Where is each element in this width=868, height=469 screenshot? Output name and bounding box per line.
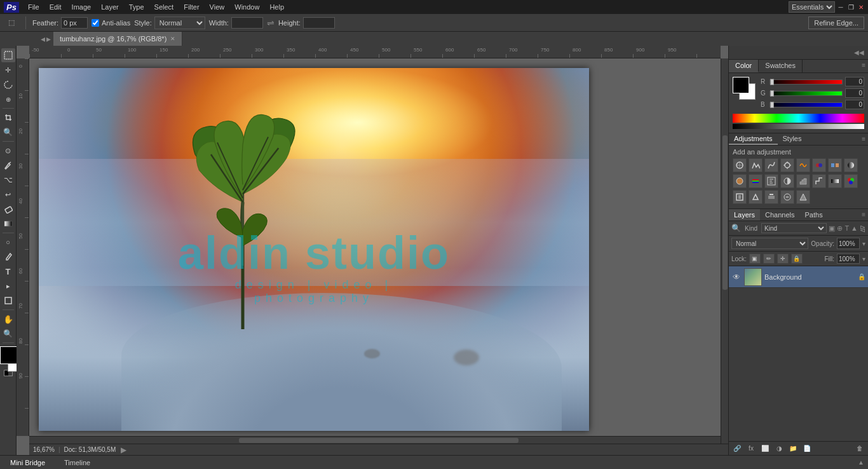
- add-mask-button[interactable]: ⬜: [759, 444, 771, 454]
- adj-curves[interactable]: [764, 158, 778, 172]
- tool-history-brush[interactable]: ↩: [1, 187, 15, 201]
- tab-scroll-left-icon[interactable]: ◂: [41, 34, 45, 44]
- lock-pixels-button[interactable]: ▣: [749, 254, 761, 264]
- workspace-select[interactable]: Essentials: [789, 1, 835, 13]
- adj-vibrance[interactable]: [796, 158, 810, 172]
- green-slider[interactable]: [770, 91, 843, 96]
- height-input[interactable]: [303, 17, 335, 29]
- tool-brush[interactable]: [1, 158, 15, 172]
- color-panel-menu-icon[interactable]: ≡: [859, 60, 868, 72]
- adj-icon-11[interactable]: [780, 190, 794, 204]
- menu-view[interactable]: View: [205, 2, 230, 12]
- tab-adjustments[interactable]: Adjustments: [729, 133, 778, 145]
- tab-scroll-right-icon[interactable]: ▸: [46, 34, 51, 44]
- tool-clone-stamp[interactable]: ⌥: [1, 173, 15, 187]
- tool-eraser[interactable]: [1, 202, 15, 216]
- tool-move[interactable]: ✛: [1, 63, 15, 77]
- lock-position-button[interactable]: ✛: [777, 254, 789, 264]
- tab-mini-bridge[interactable]: Mini Bridge: [4, 458, 51, 468]
- tab-channels[interactable]: Channels: [760, 209, 799, 221]
- adj-brightness-contrast[interactable]: [733, 158, 747, 172]
- adj-gradient-map[interactable]: [828, 174, 842, 188]
- adj-photo-filter[interactable]: [733, 174, 747, 188]
- new-fill-layer-button[interactable]: ◑: [773, 444, 785, 454]
- adj-icon-8[interactable]: [733, 190, 747, 204]
- tab-swatches[interactable]: Swatches: [759, 60, 803, 72]
- grayscale-strip[interactable]: [733, 124, 864, 129]
- tool-dodge[interactable]: ○: [1, 235, 15, 249]
- shape-icon[interactable]: ▲: [851, 224, 858, 232]
- red-value[interactable]: [845, 77, 864, 86]
- fill-input[interactable]: [837, 254, 860, 264]
- menu-image[interactable]: Image: [67, 2, 97, 12]
- red-slider[interactable]: [770, 79, 843, 85]
- tool-path-select[interactable]: ▸: [1, 279, 15, 293]
- tab-color[interactable]: Color: [729, 60, 759, 72]
- adj-icon-9[interactable]: [749, 190, 763, 204]
- link-layers-button[interactable]: 🔗: [731, 444, 743, 454]
- feather-input[interactable]: [61, 17, 88, 29]
- hscroll-thumb[interactable]: [239, 438, 519, 443]
- fill-arrow-icon[interactable]: ▾: [862, 255, 865, 262]
- adj-invert[interactable]: [780, 174, 794, 188]
- tab-timeline[interactable]: Timeline: [58, 458, 97, 468]
- lock-image-button[interactable]: ✏: [763, 254, 775, 264]
- layer-item[interactable]: 👁 Background 🔒: [729, 266, 868, 288]
- tool-eyedropper[interactable]: 🔍: [1, 125, 15, 139]
- adj-channel-mixer[interactable]: [749, 174, 763, 188]
- adj-selective-color[interactable]: [844, 174, 858, 188]
- kind-select[interactable]: Kind: [761, 223, 827, 233]
- tool-shape[interactable]: [1, 294, 15, 308]
- color-spectrum[interactable]: [733, 114, 864, 123]
- tool-pen[interactable]: [1, 250, 15, 264]
- menu-help[interactable]: Help: [264, 2, 289, 12]
- tab-styles[interactable]: Styles: [778, 133, 807, 145]
- tool-marquee[interactable]: [1, 48, 15, 62]
- swap-icon[interactable]: ⇌: [267, 18, 275, 28]
- menu-window[interactable]: Window: [229, 2, 264, 12]
- foreground-color-swatch[interactable]: [0, 346, 18, 364]
- adj-exposure[interactable]: [780, 158, 794, 172]
- tool-quick-select[interactable]: ⊕: [1, 92, 15, 106]
- tool-gradient[interactable]: [1, 217, 15, 231]
- menu-layer[interactable]: Layer: [96, 2, 124, 12]
- smart-icon[interactable]: ⧎: [860, 224, 865, 233]
- style-select[interactable]: Normal Fixed Ratio Fixed Size: [154, 17, 205, 29]
- blue-slider-thumb[interactable]: [770, 102, 774, 108]
- new-layer-button[interactable]: 📄: [801, 444, 813, 454]
- close-button[interactable]: ✕: [857, 3, 865, 11]
- refine-edge-button[interactable]: Refine Edge...: [808, 17, 864, 29]
- adj-icon-10[interactable]: [764, 190, 778, 204]
- fg-bg-color-swatch[interactable]: [0, 346, 17, 363]
- collapse-icon[interactable]: ◀◀: [853, 48, 865, 57]
- anti-alias-checkbox[interactable]: [92, 19, 99, 27]
- adj-levels[interactable]: [749, 158, 763, 172]
- type-icon[interactable]: T: [844, 224, 849, 232]
- adj-posterize[interactable]: [796, 174, 810, 188]
- tab-layers[interactable]: Layers: [729, 209, 760, 221]
- adj-threshold[interactable]: [812, 174, 826, 188]
- adj-color-balance[interactable]: [828, 158, 842, 172]
- tool-crop[interactable]: [1, 111, 15, 125]
- new-group-button[interactable]: 📁: [787, 444, 799, 454]
- green-slider-thumb[interactable]: [770, 90, 774, 97]
- width-input[interactable]: [231, 17, 263, 29]
- minimize-button[interactable]: ─: [836, 3, 845, 11]
- horizontal-scrollbar[interactable]: [29, 436, 728, 444]
- blue-value[interactable]: [845, 100, 864, 109]
- tool-type[interactable]: T: [1, 264, 15, 278]
- adjustment-icon[interactable]: ⊕: [837, 224, 843, 233]
- fx-button[interactable]: fx: [745, 444, 757, 454]
- menu-select[interactable]: Select: [149, 2, 179, 12]
- fg-color-box[interactable]: [733, 77, 749, 93]
- document-tab-close[interactable]: ✕: [170, 36, 175, 42]
- adj-black-white[interactable]: [844, 158, 858, 172]
- tool-heal[interactable]: ⊙: [1, 144, 15, 158]
- lock-all-button[interactable]: 🔒: [791, 254, 803, 264]
- adj-panel-menu-icon[interactable]: ≡: [859, 133, 868, 145]
- layers-panel-menu-icon[interactable]: ≡: [859, 209, 868, 221]
- adj-color-lookup[interactable]: [764, 174, 778, 188]
- photo-canvas[interactable]: aldin studio design | video | photograph…: [39, 68, 589, 431]
- blue-slider[interactable]: [770, 102, 843, 107]
- tool-hand[interactable]: ✋: [1, 312, 15, 326]
